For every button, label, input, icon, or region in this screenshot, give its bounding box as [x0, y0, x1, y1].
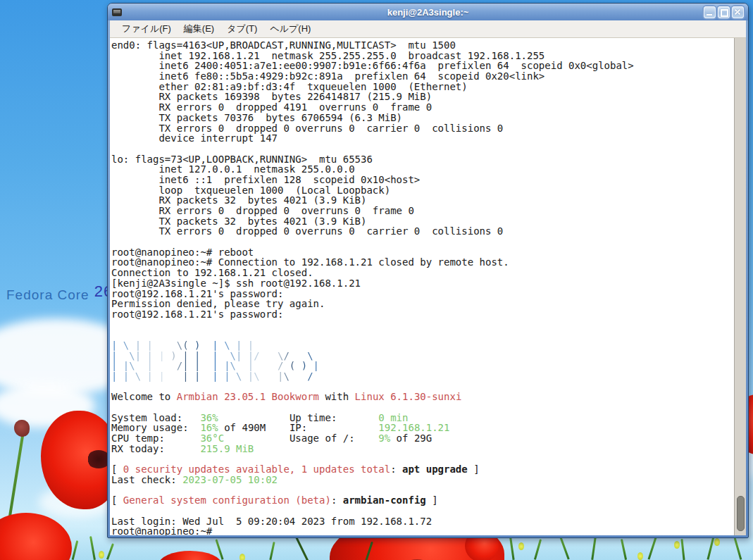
terminal-line: RX today: 215.9 MiB	[111, 444, 734, 454]
terminal-line: | |\ | __/| | | |\ | __/ (_) |	[111, 361, 734, 371]
terminal-line: Last login: Wed Jul 5 09:20:04 2023 from…	[111, 516, 734, 527]
terminal-line: [kenji@2A3single ~]$ ssh root@192.168.1.…	[111, 278, 734, 289]
wallpaper-poppy-bud	[14, 420, 30, 437]
terminal-line: end0: flags=4163<UP,BROADCAST,RUNNING,MU…	[111, 40, 734, 51]
terminal-line: inet 127.0.0.1 netmask 255.0.0.0	[111, 164, 734, 175]
terminal-line: root@nanopineo:~#	[111, 526, 734, 535]
title-bar[interactable]: kenji@2A3single:~	[108, 4, 748, 20]
menu-bar: ファイル(F) 編集(E) タブ(T) ヘルプ(H)	[110, 20, 746, 38]
window-controls	[704, 6, 744, 18]
terminal-line: CPU temp: 36°C Usage of /: 9% of 29G	[111, 433, 734, 444]
grass-blade	[72, 540, 79, 560]
terminal-line: root@nanopineo:~# Connection to 192.168.…	[111, 257, 734, 268]
flower-dot	[637, 552, 643, 560]
terminal-line	[111, 237, 734, 247]
terminal-line: RX errors 0 dropped 4191 overruns 0 fram…	[111, 102, 734, 113]
flower-dot	[714, 538, 720, 546]
close-button[interactable]	[732, 6, 744, 18]
grass-blade	[269, 542, 275, 560]
terminal-line: TX packets 32 bytes 4021 (3.9 KiB)	[111, 216, 734, 227]
flower-dot	[99, 551, 104, 559]
minimize-icon	[707, 14, 712, 15]
terminal-output[interactable]: end0: flags=4163<UP,BROADCAST,RUNNING,MU…	[110, 38, 734, 535]
terminal-line: RX errors 0 dropped 0 overruns 0 frame 0	[111, 206, 734, 216]
terminal-line: inet 192.168.1.21 netmask 255.255.255.0 …	[111, 51, 734, 61]
wallpaper-fedora-label: Fedora Core26	[6, 285, 113, 304]
grass-blade	[534, 539, 542, 560]
scrollbar-thumb[interactable]	[737, 496, 745, 531]
terminal-line: inet6 2400:4051:a7e1:ee00:9907:b91e:6f66…	[111, 61, 734, 71]
terminal-app-icon	[112, 8, 122, 16]
grass-blade	[734, 537, 742, 560]
grass-blade	[621, 539, 627, 560]
terminal-line: root@192.168.1.21's password:	[111, 309, 734, 320]
menu-help[interactable]: ヘルプ(H)	[263, 20, 317, 37]
terminal-line: inet6 ::1 prefixlen 128 scopeid 0x10<hos…	[111, 175, 734, 185]
terminal-line: inet6 fe80::5b5a:4929:b92c:891a prefixle…	[111, 71, 734, 82]
terminal-line: [ 0 security updates available, 1 update…	[111, 464, 734, 475]
terminal-line	[111, 402, 734, 413]
terminal-line: ether 02:81:a9:bf:d3:4f txqueuelen 1000 …	[111, 82, 734, 92]
terminal-line: | \ | | _ \(_) | \ | | ___ ___	[111, 340, 734, 351]
terminal-line: TX errors 0 dropped 0 overruns 0 carrier…	[111, 226, 734, 237]
terminal-line: lo: flags=73<UP,LOOPBACK,RUNNING> mtu 65…	[111, 154, 734, 165]
window-title: kenji@2A3single:~	[108, 7, 748, 18]
menu-edit[interactable]: 編集(E)	[178, 20, 220, 37]
minimize-button[interactable]	[704, 6, 716, 18]
terminal-line: Last check: 2023-07-05 10:02	[111, 475, 734, 485]
flower-dot	[518, 542, 524, 550]
grass-blade	[648, 535, 658, 559]
terminal-line: Connection to 192.168.1.21 closed.	[111, 268, 734, 278]
menu-tabs[interactable]: タブ(T)	[220, 20, 263, 37]
terminal-line: |_| \_|_| |_| |_| \_|\___|\___/	[111, 371, 734, 382]
flower-dot	[239, 554, 245, 560]
terminal-line	[111, 320, 734, 330]
terminal-line: TX packets 70376 bytes 6706594 (6.3 MiB)	[111, 113, 734, 123]
fedora-label-text: Fedora Core	[6, 287, 89, 302]
terminal-line: | \| | |_) | | | \| |/ _ \/ _ \	[111, 351, 734, 361]
maximize-button[interactable]	[718, 6, 730, 18]
terminal-line: RX packets 32 bytes 4021 (3.9 KiB)	[111, 195, 734, 206]
terminal-line: loop txqueuelen 1000 (Local Loopback)	[111, 185, 734, 196]
grass-blade	[106, 543, 114, 560]
grass-blade	[89, 536, 96, 560]
terminal-line: root@nanopineo:~# reboot	[111, 247, 734, 258]
terminal-line	[111, 506, 734, 516]
terminal-line: System load: 36% Up time: 0 min	[111, 413, 734, 423]
terminal-line: RX packets 169398 bytes 226414817 (215.9…	[111, 92, 734, 102]
grass-blade	[215, 539, 223, 559]
terminal-line: root@192.168.1.21's password:	[111, 289, 734, 299]
scrollbar[interactable]	[734, 38, 746, 535]
terminal-line	[111, 382, 734, 392]
flower-dot	[674, 541, 680, 549]
terminal-line: Memory usage: 16% of 490M IP: 192.168.1.…	[111, 423, 734, 433]
terminal-window: kenji@2A3single:~ ファイル(F) 編集(E) タブ(T) ヘル…	[107, 3, 749, 538]
terminal-line: Permission denied, please try again.	[111, 299, 734, 309]
grass-blade	[559, 537, 569, 560]
desktop: { "desktop": { "label": "Fedora Core", "…	[0, 0, 753, 560]
maximize-icon	[721, 9, 728, 17]
menu-file[interactable]: ファイル(F)	[116, 20, 178, 37]
terminal-body: end0: flags=4163<UP,BROADCAST,RUNNING,MU…	[110, 38, 746, 535]
terminal-line: device interrupt 147	[111, 133, 734, 144]
terminal-line: _ _ ____ _ _ _	[111, 330, 734, 340]
terminal-line	[111, 485, 734, 496]
terminal-line: Welcome to Armbian 23.05.1 Bookworm with…	[111, 392, 734, 402]
terminal-line: [ General system configuration (beta): a…	[111, 495, 734, 506]
terminal-line	[111, 454, 734, 465]
grass-blade	[680, 539, 685, 560]
terminal-line: TX errors 0 dropped 0 overruns 0 carrier…	[111, 123, 734, 134]
terminal-line	[111, 144, 734, 154]
